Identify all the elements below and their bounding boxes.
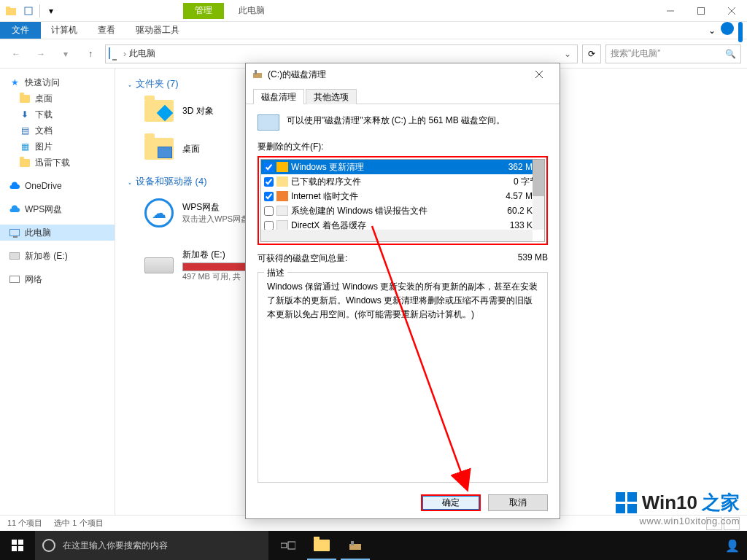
nav-back-button[interactable]: ← [6, 44, 26, 64]
sidebar-item-downloads[interactable]: ⬇下载 [0, 106, 115, 122]
horizontal-scrollbar[interactable] [261, 230, 533, 241]
tab-computer[interactable]: 计算机 [41, 22, 88, 39]
file-list-row[interactable]: Windows 更新清理362 MB [261, 160, 544, 174]
dialog-titlebar: (C:)的磁盘清理 [246, 63, 560, 85]
tab-view[interactable]: 查看 [88, 22, 125, 39]
sidebar-quick-access[interactable]: ★快速访问 [0, 74, 115, 90]
taskbar-disk-cleanup[interactable] [338, 531, 372, 560]
svg-rect-21 [627, 492, 637, 502]
close-button[interactable] [716, 0, 747, 22]
properties-icon[interactable] [20, 3, 36, 19]
nav-up-button[interactable]: ↑ [80, 44, 101, 64]
breadcrumb-this-pc[interactable]: 此电脑 [129, 47, 155, 60]
file-type-icon [276, 206, 288, 216]
file-name: Windows 更新清理 [291, 161, 484, 174]
this-pc-icon [109, 48, 120, 60]
file-list[interactable]: Windows 更新清理362 MB已下载的程序文件0 字节Internet 临… [260, 159, 545, 242]
status-selection: 选中 1 个项目 [54, 518, 103, 529]
file-type-icon [276, 220, 288, 230]
gain-label: 可获得的磁盘空间总量: [258, 252, 347, 265]
drive-icon [9, 250, 20, 262]
tray-people-icon[interactable]: 👤 [725, 539, 740, 553]
nav-forward-button[interactable]: → [31, 44, 51, 64]
drive-icon [258, 114, 279, 131]
explorer-icon [3, 3, 19, 19]
file-type-icon [276, 191, 288, 201]
folder-icon [314, 540, 330, 551]
sidebar-this-pc[interactable]: 此电脑 [0, 225, 115, 241]
file-checkbox[interactable] [264, 177, 274, 187]
file-name: 已下载的程序文件 [291, 176, 484, 188]
tab-other-options[interactable]: 其他选项 [306, 89, 357, 104]
file-list-row[interactable]: Internet 临时文件4.57 MB [261, 189, 544, 203]
cancel-button[interactable]: 取消 [488, 494, 548, 511]
file-checkbox[interactable] [264, 221, 274, 230]
svg-rect-16 [255, 70, 257, 74]
svg-rect-10 [18, 546, 23, 551]
file-list-row[interactable]: 已下载的程序文件0 字节 [261, 174, 544, 189]
address-bar[interactable]: › 此电脑 ⌄ [105, 44, 578, 63]
maximize-button[interactable] [686, 0, 716, 22]
dialog-close-button[interactable] [525, 65, 554, 84]
svg-rect-7 [12, 540, 17, 545]
qat-dropdown-icon[interactable]: ▾ [43, 3, 59, 19]
cloud-icon [9, 180, 20, 192]
taskbar-search-placeholder: 在这里输入你要搜索的内容 [63, 540, 168, 552]
tab-disk-cleanup[interactable]: 磁盘清理 [253, 89, 304, 104]
sidebar-onedrive[interactable]: OneDrive [0, 178, 115, 194]
download-icon: ⬇ [19, 109, 31, 120]
sidebar-item-pictures[interactable]: ▦图片 [0, 139, 115, 155]
sidebar-item-desktop[interactable]: 桌面 [0, 90, 115, 106]
breadcrumb-sep-icon: › [123, 49, 126, 59]
sidebar-new-volume[interactable]: 新加卷 (E:) [0, 248, 115, 264]
sidebar-item-documents[interactable]: ▤文档 [0, 122, 115, 139]
dialog-button-row: 确定 取消 [258, 491, 548, 511]
refresh-button[interactable]: ⟳ [582, 44, 601, 63]
address-dropdown-icon[interactable]: ⌄ [561, 49, 574, 59]
total-gain-row: 可获得的磁盘空间总量: 539 MB [258, 252, 548, 265]
cortana-icon [42, 539, 55, 552]
ribbon-expand-icon[interactable]: ⌄ [703, 22, 721, 39]
navigation-pane: ★快速访问 桌面 ⬇下载 ▤文档 ▦图片 迅雷下载 OneDrive WPS网盘… [0, 69, 115, 515]
file-checkbox[interactable] [264, 192, 274, 201]
watermark: Win10之家 www.win10xitong.com [616, 490, 740, 526]
window-titlebar: ▾ 管理 此电脑 [0, 0, 747, 22]
svg-rect-4 [698, 7, 705, 14]
help-button[interactable] [721, 22, 734, 35]
contextual-tab-manage[interactable]: 管理 [183, 3, 224, 19]
document-icon: ▤ [19, 125, 31, 136]
taskbar-search-input[interactable]: 在这里输入你要搜索的内容 [35, 531, 268, 560]
nav-recent-dropdown[interactable]: ▾ [55, 44, 76, 64]
svg-rect-8 [18, 540, 23, 545]
vertical-scrollbar[interactable] [533, 160, 544, 230]
sidebar-network[interactable]: 网络 [0, 271, 115, 287]
file-list-row[interactable]: 系统创建的 Windows 错误报告文件60.2 KB [261, 203, 544, 218]
cloud-icon [9, 203, 20, 215]
sidebar-wps[interactable]: WPS网盘 [0, 201, 115, 217]
start-button[interactable] [0, 531, 35, 560]
pictures-icon: ▦ [19, 141, 31, 152]
file-checkbox[interactable] [264, 163, 274, 172]
search-input[interactable]: 搜索"此电脑" 🔍 [605, 44, 741, 63]
tab-file[interactable]: 文件 [0, 22, 41, 39]
folder-icon [143, 133, 175, 165]
ribbon-indicator [738, 22, 743, 42]
files-to-delete-label: 要删除的文件(F): [258, 141, 548, 153]
file-name: Internet 临时文件 [291, 190, 484, 203]
file-checkbox[interactable] [264, 206, 274, 216]
sidebar-item-thunder[interactable]: 迅雷下载 [0, 155, 115, 171]
svg-rect-12 [288, 542, 295, 549]
ok-button[interactable]: 确定 [421, 494, 481, 511]
description-text: Windows 保留通过 Windows 更新安装的所有更新的副本，甚至在安装了… [267, 280, 538, 322]
dialog-body: 可以使用"磁盘清理"来释放 (C:) 上的 561 MB 磁盘空间。 要删除的文… [246, 104, 560, 518]
quick-access-toolbar: ▾ [0, 3, 59, 19]
drive-icon [143, 249, 175, 281]
pc-icon [9, 227, 20, 238]
file-name: 系统创建的 Windows 错误报告文件 [291, 205, 484, 217]
description-legend: 描述 [264, 267, 287, 279]
tab-drive-tools[interactable]: 驱动器工具 [125, 22, 190, 39]
taskbar-file-explorer[interactable] [305, 531, 338, 560]
task-view-button[interactable] [271, 531, 305, 560]
file-type-icon [276, 176, 288, 187]
minimize-button[interactable] [655, 0, 686, 22]
